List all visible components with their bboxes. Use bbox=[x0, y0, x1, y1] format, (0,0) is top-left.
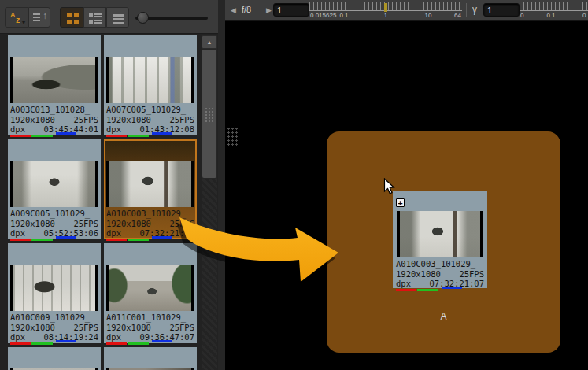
scrollbar-up-icon[interactable]: ▲ bbox=[202, 35, 217, 49]
clip-cell[interactable]: A009C005_101029_ 1920x108025FPS dpx05:52… bbox=[8, 139, 101, 239]
bin-scrollbar[interactable]: ▲ bbox=[202, 35, 217, 370]
blue-channel-chip bbox=[56, 132, 76, 135]
clip-name: A010C009_101029_ bbox=[10, 313, 90, 323]
clip-thumbnail bbox=[10, 57, 98, 103]
clip-cell[interactable]: A011C001_101029_ 1920x108025FPS dpx09:36… bbox=[104, 243, 197, 343]
clip-resolution: 1920x1080 bbox=[10, 323, 55, 333]
clip-format: dpx bbox=[10, 228, 25, 239]
clip-format: dpx bbox=[10, 332, 25, 342]
clip-name: A010C003_101029_ bbox=[106, 209, 186, 219]
gain-tick-label: 0.1 bbox=[339, 12, 348, 19]
clip-thumbnail bbox=[106, 161, 194, 207]
gain-tick-label: 64 bbox=[454, 12, 461, 19]
mouse-cursor-icon bbox=[383, 178, 396, 195]
gamma-slider-ticks bbox=[520, 2, 588, 11]
list-view-button[interactable] bbox=[106, 7, 129, 28]
sort-z-label: z bbox=[16, 15, 20, 24]
drag-preview-thumbnail bbox=[397, 211, 483, 257]
clip-cell-partial[interactable] bbox=[8, 347, 101, 370]
gamma-input[interactable] bbox=[483, 3, 520, 17]
clip-cell[interactable]: A010C009_101029_ 1920x108025FPS dpx08:14… bbox=[8, 243, 101, 343]
pane-grip-icon[interactable] bbox=[227, 127, 238, 146]
application-window: A z ▾ ↑ bbox=[0, 0, 588, 370]
clip-fps: 25FPS bbox=[169, 115, 194, 125]
clip-cell-selected[interactable]: A010C003_101029_ 1920x108025FPS dpx07:32… bbox=[104, 139, 197, 239]
panel-splitter[interactable] bbox=[218, 0, 225, 370]
gain-input[interactable] bbox=[273, 3, 309, 17]
aperture-prev-icon[interactable]: ◀ bbox=[231, 6, 236, 14]
clip-grid: A003C013_101028_ 1920x108025FPS dpx03:45… bbox=[0, 34, 218, 370]
drag-clip-name: A010C003_101029_ bbox=[396, 259, 475, 269]
gain-tick-label: 1 bbox=[384, 12, 387, 19]
sort-alphabetical-button[interactable]: A z ▾ bbox=[5, 7, 28, 28]
gamma-tick-label: 0 bbox=[520, 12, 523, 19]
gain-tick-label: 0.015625 bbox=[310, 12, 336, 19]
gamma-tick-label: 0. bbox=[582, 12, 588, 19]
viewer-toolbar: ◀ f/8 ▶ 0.015625 0.1 1 10 64 γ 0 0.1 0. bbox=[225, 0, 588, 21]
detail-view-button[interactable] bbox=[83, 7, 106, 28]
clip-thumbnail bbox=[106, 265, 194, 311]
clip-name: A003C013_101028_ bbox=[10, 105, 90, 115]
clip-resolution: 1920x1080 bbox=[106, 219, 151, 229]
clip-thumbnail bbox=[10, 265, 98, 311]
clip-thumbnail bbox=[106, 57, 194, 103]
aperture-label: f/8 bbox=[242, 5, 251, 14]
gamma-slider[interactable]: 0 0.1 0. bbox=[520, 2, 588, 20]
clip-name: A009C005_101029_ bbox=[10, 209, 90, 219]
clip-resolution: 1920x1080 bbox=[10, 219, 55, 229]
clip-format: dpx bbox=[106, 332, 121, 342]
sort-a-label: A bbox=[10, 11, 16, 19]
bin-toolbar: A z ▾ ↑ bbox=[0, 0, 225, 34]
drag-clip-fps: 25FPS bbox=[459, 269, 484, 279]
clip-fps: 25FPS bbox=[73, 115, 98, 125]
gain-tick-label: 10 bbox=[425, 12, 432, 19]
gain-slider-handle[interactable] bbox=[384, 3, 387, 12]
scrollbar-grip-icon bbox=[205, 107, 214, 123]
scrollbar-thumb[interactable] bbox=[202, 50, 216, 178]
clip-bin-panel: A z ▾ ↑ bbox=[0, 0, 225, 370]
aperture-next-icon[interactable]: ▶ bbox=[266, 6, 272, 14]
list-view-icon bbox=[113, 14, 124, 17]
clip-cell[interactable]: A003C013_101028_ 1920x108025FPS dpx03:45… bbox=[8, 35, 101, 135]
drag-clip-format: dpx bbox=[396, 279, 411, 289]
sort-direction-button[interactable]: ↑ bbox=[28, 7, 50, 28]
viewer-canvas[interactable]: A + A010C003_101029_ 1920x108025FPS dpx0… bbox=[225, 21, 588, 370]
clip-resolution: 1920x1080 bbox=[10, 115, 55, 125]
clip-format: dpx bbox=[10, 124, 25, 135]
clip-cell[interactable]: A007C005_101029_ 1920x108025FPS dpx01:43… bbox=[104, 35, 197, 135]
clip-thumbnail bbox=[10, 161, 98, 207]
drag-preview-card: + A010C003_101029_ 1920x108025FPS dpx07:… bbox=[393, 191, 487, 288]
clip-name: A007C005_101029_ bbox=[106, 105, 186, 115]
scrollbar-track[interactable] bbox=[202, 179, 217, 370]
clip-fps: 25FPS bbox=[169, 219, 194, 229]
clip-cell-partial[interactable] bbox=[104, 347, 197, 370]
arrow-up-icon: ↑ bbox=[43, 10, 47, 21]
green-channel-chip bbox=[31, 135, 53, 137]
clip-format: dpx bbox=[106, 124, 121, 135]
sort-lines-icon bbox=[33, 13, 40, 15]
gamma-symbol: γ bbox=[472, 4, 477, 15]
clip-resolution: 1920x1080 bbox=[106, 115, 151, 125]
plus-badge-icon: + bbox=[396, 198, 405, 207]
detail-view-icon bbox=[89, 13, 93, 17]
toolbar-separator bbox=[466, 3, 467, 17]
drag-clip-resolution: 1920x1080 bbox=[396, 269, 441, 279]
clip-format: dpx bbox=[106, 228, 121, 239]
clip-resolution: 1920x1080 bbox=[106, 323, 151, 333]
clip-fps: 25FPS bbox=[73, 323, 98, 333]
clip-fps: 25FPS bbox=[73, 219, 98, 229]
gamma-tick-label: 0.1 bbox=[546, 12, 555, 19]
clip-name: A011C001_101029_ bbox=[106, 313, 186, 323]
clip-fps: 25FPS bbox=[169, 323, 194, 333]
drop-zone-track-label: A bbox=[327, 311, 560, 322]
chevron-down-icon: ▾ bbox=[22, 19, 25, 26]
red-channel-chip bbox=[10, 135, 31, 137]
gain-slider[interactable]: 0.015625 0.1 1 10 64 bbox=[309, 2, 462, 20]
grid-view-button[interactable] bbox=[60, 7, 83, 28]
viewer-pane: ◀ f/8 ▶ 0.015625 0.1 1 10 64 γ 0 0.1 0. bbox=[225, 0, 588, 370]
thumbnail-size-slider-handle[interactable] bbox=[137, 12, 149, 24]
grid-icon bbox=[67, 13, 72, 17]
